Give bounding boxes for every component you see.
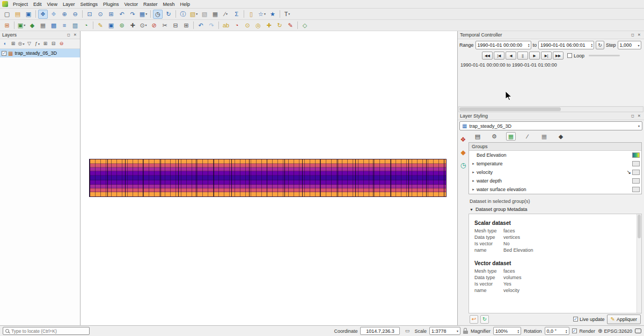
tab-contours-icon[interactable]: ▦ xyxy=(506,132,516,141)
zoom-last-icon[interactable]: ↶ xyxy=(117,10,127,19)
paste-features-icon[interactable]: ⊞ xyxy=(181,21,191,30)
menu-layer[interactable]: Layer xyxy=(60,1,78,8)
save-project-icon[interactable]: ▣ xyxy=(24,10,33,19)
spinner-arrows-icon[interactable]: ▴▾ xyxy=(528,43,530,47)
vertical-scrollbar[interactable] xyxy=(636,214,641,313)
data-source-manager-icon[interactable]: ⊞ xyxy=(2,21,12,30)
move-feature-icon[interactable]: ✚ xyxy=(128,21,137,30)
expand-chevron-icon[interactable]: ▸ xyxy=(471,179,475,183)
scrollbar-thumb[interactable] xyxy=(638,215,641,238)
vertex-tool-icon[interactable]: ⊙▾ xyxy=(138,21,148,30)
open-layer-styling-icon[interactable]: ◐ xyxy=(1,40,9,48)
tab-settings-icon[interactable]: ⚙ xyxy=(489,132,499,141)
temporal-controller-icon[interactable]: ◷ xyxy=(153,10,163,19)
crs-status[interactable]: ⊕ EPSG:32620 xyxy=(598,328,632,334)
spinner-arrows-icon[interactable]: ▴▾ xyxy=(517,329,519,333)
zoom-to-layer-icon[interactable]: ⊞ xyxy=(106,10,116,19)
undock-panel-icon[interactable]: ◻ xyxy=(66,33,71,37)
styling-layer-selector[interactable]: ▦ trap_steady_05_3D ▾ xyxy=(459,121,642,130)
select-features-icon[interactable]: ▧▾ xyxy=(189,10,199,19)
new-project-icon[interactable]: ▢ xyxy=(2,10,12,19)
messages-icon[interactable] xyxy=(635,328,641,333)
text-annotation-icon[interactable]: T▾ xyxy=(282,10,292,19)
redo-icon[interactable]: ↷ xyxy=(207,21,216,30)
lock-scale-icon[interactable] xyxy=(463,328,468,334)
toggle-extents-icon[interactable]: ▭ xyxy=(403,327,411,335)
menu-edit[interactable]: Edit xyxy=(31,1,45,8)
map-canvas[interactable] xyxy=(80,31,457,325)
spinner-arrows-icon[interactable]: ▴▾ xyxy=(591,43,593,47)
collapse-all-icon[interactable]: ⊟ xyxy=(49,40,57,48)
magnifier-spinbox[interactable]: 100% ▴▾ xyxy=(493,327,521,335)
coordinate-input[interactable] xyxy=(360,327,400,335)
close-panel-icon[interactable]: ✕ xyxy=(636,114,642,118)
new-geopackage-layer-icon[interactable]: ▣▾ xyxy=(17,21,26,30)
close-panel-icon[interactable]: ✕ xyxy=(72,33,78,37)
menu-settings[interactable]: Settings xyxy=(77,1,100,8)
skip-to-end-button[interactable]: ▶| xyxy=(541,52,552,60)
zoom-next-icon[interactable]: ↷ xyxy=(128,10,137,19)
auto-refresh-icon[interactable]: ↻ xyxy=(480,315,489,324)
show-bookmarks-icon[interactable]: ★ xyxy=(268,10,277,19)
mesh-digitizing-icon[interactable]: ◇ xyxy=(300,21,310,30)
step-back-button[interactable]: ◀ xyxy=(506,52,516,60)
undock-panel-icon[interactable]: ◻ xyxy=(630,114,635,118)
range-end-input[interactable]: 1990-01-01 06:00:01 ▴▾ xyxy=(538,41,594,49)
add-raster-layer-icon[interactable]: ▦ xyxy=(38,21,48,30)
refresh-map-icon[interactable]: ↻ xyxy=(164,10,173,19)
range-start-input[interactable]: 1990-01-01 00:00:00 ▴▾ xyxy=(475,41,531,49)
apply-button[interactable]: ✎ Appliquer xyxy=(607,315,641,324)
highlight-labels-icon[interactable]: ◎ xyxy=(253,21,263,30)
layer-labeling-icon[interactable]: ab xyxy=(221,21,231,30)
map-tips-icon[interactable]: ▯ xyxy=(246,10,256,19)
tab-mesh-frame-icon[interactable]: ▦ xyxy=(539,132,549,141)
rotation-spinbox[interactable]: 0,0 ° ▴▾ xyxy=(545,327,569,335)
fast-forward-button[interactable]: ▶▶ xyxy=(553,52,564,60)
identify-features-icon[interactable]: ⓘ xyxy=(178,10,188,19)
add-vector-layer-icon[interactable]: ◆ xyxy=(27,21,37,30)
zoom-in-icon[interactable]: ⊕ xyxy=(60,10,69,19)
toggle-editing-icon[interactable]: ✎ xyxy=(96,21,105,30)
scrollbar-thumb[interactable] xyxy=(459,107,561,111)
fast-rewind-button[interactable]: ◀◀ xyxy=(482,52,493,60)
expand-all-icon[interactable]: ⊞ xyxy=(41,40,49,48)
open-attribute-table-icon[interactable]: ▦ xyxy=(210,10,220,19)
add-wms-layer-icon[interactable]: ◔ xyxy=(81,21,91,30)
add-delimited-text-layer-icon[interactable]: ≡ xyxy=(60,21,69,30)
rotate-label-icon[interactable]: ↻ xyxy=(275,21,284,30)
add-postgis-layer-icon[interactable]: ▥ xyxy=(70,21,80,30)
menu-project[interactable]: Project xyxy=(10,1,31,8)
new-map-view-icon[interactable]: ▦▾ xyxy=(138,10,148,19)
locate-search-box[interactable] xyxy=(3,327,90,335)
expand-chevron-icon[interactable]: ▸ xyxy=(471,170,475,174)
zoom-to-selection-icon[interactable]: ⊙ xyxy=(96,10,105,19)
expand-chevron-icon[interactable]: ▸ xyxy=(471,187,475,192)
live-update-checkbox[interactable]: ✓ xyxy=(573,317,578,322)
skip-to-start-button[interactable]: |◀ xyxy=(494,52,504,60)
reset-style-icon[interactable]: ↩ xyxy=(470,315,478,324)
zoom-out-icon[interactable]: ⊖ xyxy=(70,10,80,19)
close-panel-icon[interactable]: ✕ xyxy=(636,33,642,37)
menu-vector[interactable]: Vector xyxy=(121,1,141,8)
layer-item[interactable]: ✓▦trap_steady_05_3D xyxy=(0,49,80,57)
open-project-icon[interactable]: ▤ xyxy=(13,10,23,19)
layer-diagram-icon[interactable]: ◔ xyxy=(232,21,241,30)
menu-raster[interactable]: Raster xyxy=(141,1,160,8)
deselect-features-icon[interactable]: ▧ xyxy=(200,10,209,19)
add-group-icon[interactable]: ⊞ xyxy=(9,40,17,48)
expand-chevron-icon[interactable]: ▸ xyxy=(471,162,475,166)
filter-by-expression-icon[interactable]: ƒ▾ xyxy=(33,40,41,48)
loop-checkbox[interactable] xyxy=(567,53,572,58)
menu-plugins[interactable]: Plugins xyxy=(100,1,122,8)
metadata-collapsible-header[interactable]: ▼ Dataset group Metadata xyxy=(469,205,642,214)
add-feature-icon[interactable]: ⊚ xyxy=(117,21,127,30)
pin-labels-icon[interactable]: ⊙ xyxy=(243,21,252,30)
menu-view[interactable]: View xyxy=(45,1,60,8)
group-item[interactable]: ▸velocity↘ xyxy=(469,168,641,177)
copy-features-icon[interactable]: ⊟ xyxy=(171,21,180,30)
tab-vectors-icon[interactable]: ∕ xyxy=(523,132,532,141)
zoom-full-icon[interactable]: ⊡ xyxy=(85,10,94,19)
group-item[interactable]: ▸water depth xyxy=(469,177,641,185)
symbology-tab-icon[interactable]: ❖ xyxy=(460,136,466,143)
scale-combo[interactable]: 1:3778 ▾ xyxy=(429,327,460,335)
